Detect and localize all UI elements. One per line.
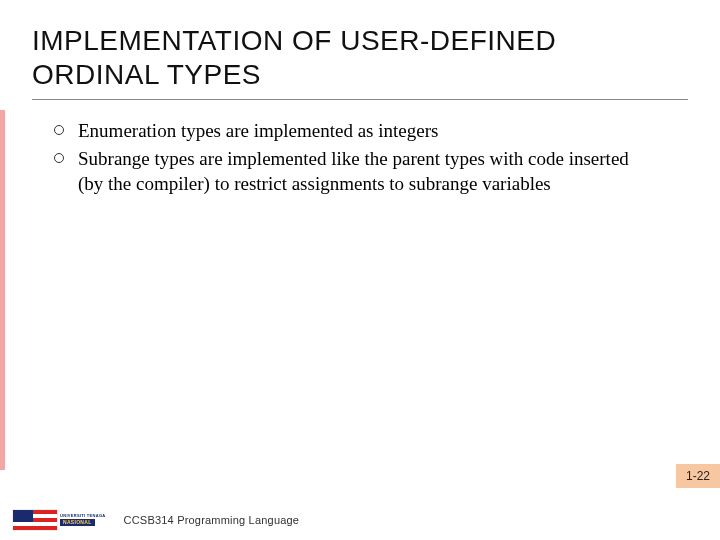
logo-flag-icon [12,509,58,531]
bullet-list: Enumeration types are implemented as int… [54,118,688,197]
logo-line-1: UNIVERSITI TENAGA [60,514,106,518]
slide: IMPLEMENTATION OF USER-DEFINED ORDINAL T… [0,0,720,540]
left-accent-bar [0,110,5,470]
logo-text: UNIVERSITI TENAGA NASIONAL [60,514,106,526]
list-item: Enumeration types are implemented as int… [54,118,688,144]
footer: UNIVERSITI TENAGA NASIONAL CCSB314 Progr… [0,500,720,540]
logo-line-2: NASIONAL [60,519,95,526]
bullet-icon [54,125,64,135]
footer-course-text: CCSB314 Programming Language [124,514,300,526]
title-block: IMPLEMENTATION OF USER-DEFINED ORDINAL T… [32,24,688,100]
list-item: Subrange types are implemented like the … [54,146,688,197]
slide-title: IMPLEMENTATION OF USER-DEFINED ORDINAL T… [32,24,688,91]
institution-logo: UNIVERSITI TENAGA NASIONAL [12,509,106,531]
bullet-icon [54,153,64,163]
bullet-text: Subrange types are implemented like the … [78,146,638,197]
page-number-badge: 1-22 [676,464,720,488]
bullet-text: Enumeration types are implemented as int… [78,118,438,144]
